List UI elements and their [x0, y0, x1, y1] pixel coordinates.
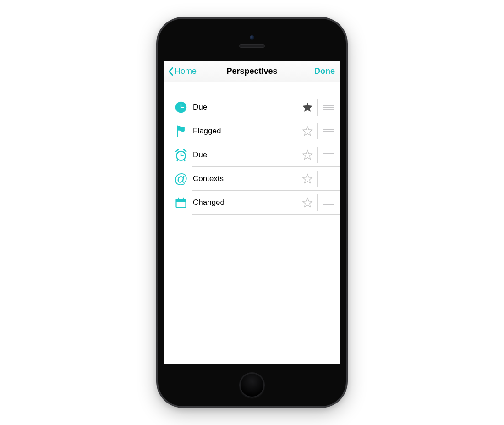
- perspectives-list: Due: [164, 95, 340, 215]
- speaker-grill-icon: [239, 44, 265, 48]
- flag-icon: [171, 125, 191, 138]
- list-item-due[interactable]: Due: [164, 95, 340, 119]
- camera-icon: [250, 35, 254, 40]
- list-item-flagged[interactable]: Flagged: [164, 119, 340, 143]
- calendar-icon: 1: [171, 196, 191, 209]
- phone-frame: Home Perspectives Done Due: [156, 17, 348, 408]
- svg-rect-8: [178, 198, 179, 200]
- alarm-icon: [171, 148, 191, 162]
- done-button[interactable]: Done: [314, 66, 335, 76]
- svg-text:1: 1: [180, 202, 182, 207]
- drag-handle-icon[interactable]: [318, 177, 340, 181]
- at-icon: @: [171, 172, 191, 186]
- drag-handle-icon[interactable]: [318, 153, 340, 157]
- svg-rect-9: [183, 198, 184, 200]
- screen: Home Perspectives Done Due: [164, 61, 340, 364]
- row-label: Flagged: [191, 127, 298, 136]
- star-empty-icon: [302, 149, 313, 160]
- svg-marker-4: [303, 150, 312, 159]
- svg-marker-1: [303, 103, 312, 111]
- svg-rect-7: [176, 199, 186, 202]
- home-button[interactable]: [239, 372, 265, 398]
- row-label: Changed: [191, 198, 298, 207]
- clock-icon: [171, 101, 191, 114]
- phone-body: Home Perspectives Done Due: [158, 19, 346, 406]
- favorite-toggle[interactable]: [298, 149, 317, 160]
- list-item-changed[interactable]: 1 Changed: [164, 191, 340, 215]
- star-empty-icon: [302, 126, 313, 137]
- navbar: Home Perspectives Done: [164, 61, 340, 82]
- back-label: Home: [175, 66, 197, 76]
- favorite-toggle[interactable]: [298, 173, 317, 184]
- drag-handle-icon[interactable]: [318, 105, 340, 110]
- chevron-left-icon: [167, 66, 175, 77]
- favorite-toggle[interactable]: [298, 197, 317, 208]
- list-item-due-alarm[interactable]: Due: [164, 143, 340, 167]
- svg-marker-5: [303, 174, 312, 183]
- phone-bottom: [158, 364, 346, 406]
- drag-handle-icon[interactable]: [318, 129, 340, 133]
- favorite-toggle[interactable]: [298, 126, 317, 137]
- list-item-contexts[interactable]: @ Contexts: [164, 167, 340, 191]
- phone-top: [158, 19, 346, 61]
- star-empty-icon: [302, 197, 313, 208]
- row-label: Due: [191, 150, 298, 160]
- row-label: Contexts: [191, 174, 298, 183]
- star-filled-icon: [302, 102, 313, 113]
- star-empty-icon: [302, 173, 313, 184]
- drag-handle-icon[interactable]: [318, 201, 340, 205]
- svg-marker-2: [303, 127, 312, 135]
- row-label: Due: [191, 103, 298, 112]
- svg-marker-11: [303, 198, 312, 207]
- favorite-toggle[interactable]: [298, 102, 317, 113]
- back-button[interactable]: Home: [167, 66, 197, 77]
